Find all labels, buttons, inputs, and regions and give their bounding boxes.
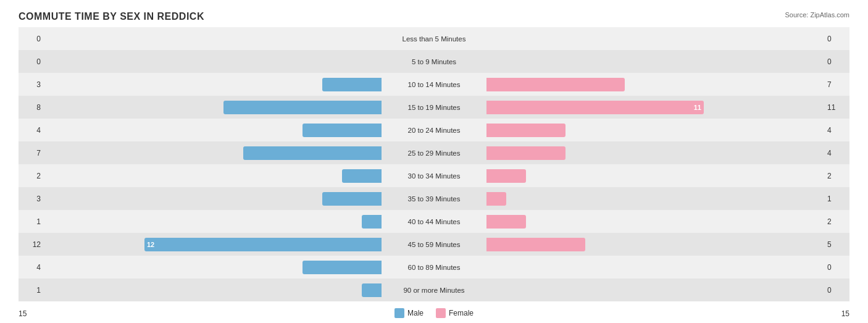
male-value: 4 bbox=[19, 126, 43, 135]
male-bar bbox=[342, 169, 382, 183]
row-label: 20 to 24 Minutes bbox=[382, 127, 486, 134]
chart-title: COMMUTE TIME BY SEX IN REDDICK bbox=[19, 11, 849, 22]
female-bar-container: 11 bbox=[486, 99, 825, 115]
female-bar-container bbox=[486, 77, 825, 93]
male-bar-container bbox=[43, 168, 382, 184]
female-bar bbox=[486, 192, 506, 206]
male-swatch bbox=[394, 308, 404, 318]
male-bar bbox=[303, 124, 382, 137]
male-label: Male bbox=[407, 309, 424, 317]
male-bar: 12 bbox=[144, 238, 382, 251]
female-value: 4 bbox=[825, 149, 849, 157]
male-bar-container bbox=[43, 54, 382, 70]
male-bar bbox=[362, 283, 382, 297]
female-value: 0 bbox=[825, 57, 849, 66]
male-bar-container bbox=[43, 145, 382, 161]
female-bar bbox=[486, 78, 625, 91]
female-value: 0 bbox=[825, 286, 849, 295]
female-bar bbox=[486, 124, 565, 137]
male-value: 4 bbox=[19, 263, 43, 272]
female-value: 7 bbox=[825, 80, 849, 89]
male-value: 8 bbox=[19, 103, 43, 112]
table-row: 460 to 89 Minutes0 bbox=[19, 256, 849, 279]
bars-area: 10 to 14 Minutes bbox=[43, 73, 825, 96]
male-bar-container: 12 bbox=[43, 237, 382, 253]
chart-container: COMMUTE TIME BY SEX IN REDDICK Source: Z… bbox=[0, 0, 868, 323]
female-bar: 11 bbox=[486, 101, 704, 114]
female-bar-container bbox=[486, 282, 825, 298]
female-bar-container bbox=[486, 54, 825, 70]
table-row: 725 to 29 Minutes4 bbox=[19, 141, 849, 164]
table-row: 310 to 14 Minutes7 bbox=[19, 73, 849, 96]
row-label: 15 to 19 Minutes bbox=[382, 104, 486, 111]
table-row: 420 to 24 Minutes4 bbox=[19, 119, 849, 141]
female-bar-container bbox=[486, 31, 825, 47]
bars-area: 60 to 89 Minutes bbox=[43, 256, 825, 279]
male-bar-container bbox=[43, 99, 382, 115]
female-bar bbox=[486, 215, 526, 229]
female-bar-container bbox=[486, 122, 825, 138]
female-bar bbox=[486, 238, 585, 251]
female-bar bbox=[486, 169, 526, 183]
male-value: 12 bbox=[19, 240, 43, 249]
male-bar bbox=[322, 78, 382, 91]
bars-area: Less than 5 Minutes bbox=[43, 27, 825, 50]
female-bar-container bbox=[486, 168, 825, 184]
bars-area: 35 to 39 Minutes bbox=[43, 187, 825, 210]
male-bar bbox=[322, 192, 382, 206]
table-row: 140 to 44 Minutes2 bbox=[19, 210, 849, 233]
male-value: 7 bbox=[19, 149, 43, 157]
male-bar bbox=[362, 215, 382, 229]
female-label: Female bbox=[449, 309, 474, 317]
male-bar bbox=[303, 261, 382, 274]
female-value: 11 bbox=[825, 103, 849, 112]
female-bar-container bbox=[486, 191, 825, 207]
male-bar-container bbox=[43, 282, 382, 298]
female-bar-container bbox=[486, 145, 825, 161]
male-bar bbox=[223, 101, 382, 114]
table-row: 05 to 9 Minutes0 bbox=[19, 50, 849, 73]
source-text: Source: ZipAtlas.com bbox=[785, 11, 849, 19]
table-row: 0Less than 5 Minutes0 bbox=[19, 27, 849, 50]
female-bar-container bbox=[486, 237, 825, 253]
legend-female: Female bbox=[436, 308, 474, 318]
bars-area: 40 to 44 Minutes bbox=[43, 210, 825, 233]
female-swatch bbox=[436, 308, 446, 318]
male-value: 0 bbox=[19, 57, 43, 66]
male-bar-container bbox=[43, 259, 382, 275]
row-label: 45 to 59 Minutes bbox=[382, 241, 486, 248]
male-value: 1 bbox=[19, 217, 43, 226]
bars-area: 30 to 34 Minutes bbox=[43, 164, 825, 187]
table-row: 230 to 34 Minutes2 bbox=[19, 164, 849, 187]
table-row: 335 to 39 Minutes1 bbox=[19, 187, 849, 210]
female-value: 2 bbox=[825, 217, 849, 226]
female-bar-container bbox=[486, 259, 825, 275]
chart-area: 0Less than 5 Minutes005 to 9 Minutes0310… bbox=[19, 27, 849, 290]
female-value: 1 bbox=[825, 195, 849, 203]
row-label: 25 to 29 Minutes bbox=[382, 149, 486, 157]
bars-area: 1245 to 59 Minutes bbox=[43, 233, 825, 256]
row-label: 40 to 44 Minutes bbox=[382, 218, 486, 225]
male-bar-container bbox=[43, 77, 382, 93]
female-value: 4 bbox=[825, 126, 849, 135]
male-value: 1 bbox=[19, 286, 43, 295]
male-value: 2 bbox=[19, 172, 43, 180]
female-value: 2 bbox=[825, 172, 849, 180]
male-bar-container bbox=[43, 214, 382, 230]
table-row: 815 to 19 Minutes1111 bbox=[19, 96, 849, 119]
row-label: 10 to 14 Minutes bbox=[382, 81, 486, 88]
table-row: 121245 to 59 Minutes5 bbox=[19, 233, 849, 256]
axis-left-label: 15 bbox=[19, 309, 27, 318]
male-bar bbox=[243, 146, 382, 160]
legend: Male Female bbox=[394, 308, 474, 318]
female-bar bbox=[486, 146, 565, 160]
bars-area: 90 or more Minutes bbox=[43, 279, 825, 301]
female-value: 5 bbox=[825, 240, 849, 249]
row-label: 90 or more Minutes bbox=[382, 287, 486, 294]
male-bar-container bbox=[43, 191, 382, 207]
male-value: 3 bbox=[19, 195, 43, 203]
row-label: 35 to 39 Minutes bbox=[382, 195, 486, 203]
male-value: 0 bbox=[19, 35, 43, 43]
row-label: 5 to 9 Minutes bbox=[382, 58, 486, 65]
male-bar-container bbox=[43, 31, 382, 47]
